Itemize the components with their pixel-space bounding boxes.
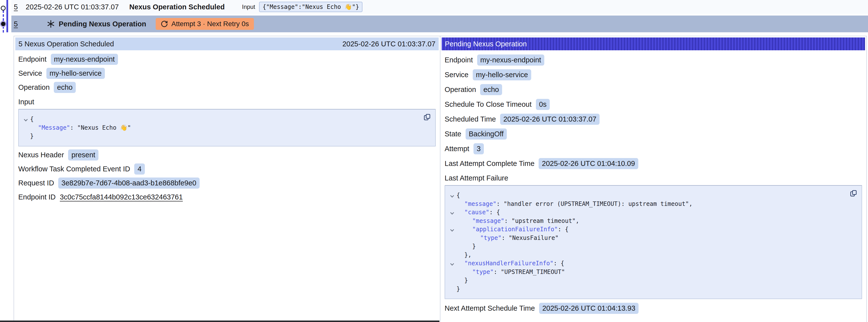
field-value-badge: 2025-02-26 UTC 01:04:10.09: [538, 158, 638, 169]
scheduled-panel-header: 5 Nexus Operation Scheduled 2025-02-26 U…: [15, 37, 439, 50]
bottom-edge-strip: [0, 321, 439, 322]
code-line: "Message": "Nexus Echo 👋": [21, 124, 430, 132]
field-label: Endpoint: [444, 56, 473, 64]
event-input-label: Input: [242, 3, 255, 10]
timeline-active-indicator-bar: [6, 0, 8, 32]
field-row: Servicemy-hello-service: [444, 69, 862, 80]
code-gutter: [447, 211, 457, 214]
json-key: "nexusHandlerFailureInfo": [464, 260, 553, 267]
json-key: "applicationFailureInfo": [472, 226, 558, 233]
failure-json-block: {"message": "handler error (UPSTREAM_TIM…: [444, 185, 862, 299]
code-line: "cause": {: [447, 208, 857, 217]
scheduled-panel-body: Endpointmy-nexus-endpointServicemy-hello…: [15, 50, 439, 203]
field-value-badge: present: [68, 150, 98, 161]
field-label: Service: [444, 71, 469, 79]
retry-attempt-badge: Attempt 3 · Next Retry 0s: [156, 18, 254, 30]
field-label: Next Attempt Schedule Time: [444, 304, 535, 312]
code-gutter: [447, 262, 457, 265]
field-value-badge: 2025-02-26 UTC 01:03:37.07: [500, 114, 599, 125]
event-id-link[interactable]: 5: [14, 20, 26, 28]
code-line: {: [447, 191, 857, 200]
code-gutter: [21, 118, 30, 121]
scheduled-fields-bottom: Nexus HeaderpresentWorkflow Task Complet…: [18, 150, 436, 203]
field-label: Service: [18, 69, 42, 77]
event-timestamp: 2025-02-26 UTC 01:03:37.07: [26, 3, 129, 11]
pending-panel-header: Pending Nexus Operation: [442, 37, 865, 50]
field-value-badge: 0s: [536, 99, 550, 110]
row-divider: [11, 14, 868, 15]
json-key: "message": [472, 218, 504, 224]
field-label: Attempt: [444, 145, 469, 153]
field-value-badge: BackingOff: [466, 128, 507, 139]
field-row: Attempt3: [444, 143, 862, 154]
copy-icon: [850, 190, 857, 197]
json-value: : {: [558, 226, 568, 233]
collapse-chevron-icon[interactable]: [450, 262, 454, 265]
code-line: }: [21, 132, 430, 140]
field-value-badge: my-hello-service: [46, 68, 105, 79]
scheduled-panel-title: 5 Nexus Operation Scheduled: [19, 40, 114, 48]
field-row: Next Attempt Schedule Time2025-02-26 UTC…: [444, 303, 862, 314]
collapse-chevron-icon[interactable]: [450, 211, 454, 215]
json-value: },: [464, 252, 471, 258]
copy-button[interactable]: [849, 189, 858, 197]
event-row-scheduled[interactable]: 5 2025-02-26 UTC 01:03:37.07 Nexus Opera…: [11, 0, 868, 14]
field-label: Operation: [444, 86, 476, 94]
field-row: StateBackingOff: [444, 128, 862, 139]
pending-fields-top: Endpointmy-nexus-endpointServicemy-hello…: [444, 55, 862, 169]
field-value-badge: 3: [473, 143, 484, 154]
field-row: Endpoint ID3c0c75ccfa8144b092c13ce632463…: [18, 192, 436, 203]
field-value-badge: 3e829b7e-7d67-4b08-aad3-b1e868bfe9e0: [58, 178, 199, 189]
field-label: Workflow Task Completed Event ID: [18, 165, 130, 173]
pending-fields-bottom: Next Attempt Schedule Time2025-02-26 UTC…: [444, 303, 862, 314]
field-row: Servicemy-hello-service: [18, 68, 436, 79]
field-row: Workflow Task Completed Event ID4: [18, 163, 436, 174]
field-row: Last Attempt Complete Time2025-02-26 UTC…: [444, 158, 862, 169]
field-row: Endpointmy-nexus-endpoint: [18, 54, 436, 65]
collapse-chevron-icon[interactable]: [24, 117, 28, 121]
json-key: "cause": [464, 209, 489, 216]
field-row: Nexus Headerpresent: [18, 150, 436, 161]
collapse-chevron-icon[interactable]: [450, 194, 454, 197]
collapse-chevron-icon[interactable]: [450, 228, 454, 231]
code-line: "message": "upstream timeout",: [447, 217, 857, 225]
field-row: Schedule To Close Timeout0s: [444, 99, 862, 110]
json-value: : "NexusFailure": [502, 234, 559, 242]
field-label: Last Attempt Complete Time: [444, 160, 534, 168]
json-value: }: [464, 277, 468, 284]
json-value: {: [30, 116, 34, 123]
failure-json-lines: {"message": "handler error (UPSTREAM_TIM…: [447, 191, 857, 293]
field-row: Operationecho: [18, 82, 436, 93]
field-row: Operationecho: [444, 84, 862, 95]
code-line: }: [447, 276, 857, 285]
event-row-pending[interactable]: 5 Pending Nexus Operation Attempt 3 · Ne…: [11, 15, 868, 32]
json-value: : "handler error (UPSTREAM_TIMEOUT): ups…: [496, 200, 692, 207]
code-line: }: [447, 242, 857, 251]
json-value: : {: [489, 209, 500, 216]
json-value: }: [30, 133, 34, 139]
code-line: "nexusHandlerFailureInfo": {: [447, 259, 857, 268]
field-value-badge: my-hello-service: [473, 69, 531, 80]
input-json-lines: {"Message": "Nexus Echo 👋"}: [21, 115, 430, 140]
pending-panel-body: Endpointmy-nexus-endpointServicemy-hello…: [442, 50, 865, 314]
code-line: "applicationFailureInfo": {: [447, 225, 857, 234]
pending-panel-title: Pending Nexus Operation: [445, 40, 527, 48]
code-line: "message": "handler error (UPSTREAM_TIME…: [447, 200, 857, 208]
retry-icon: [161, 20, 168, 28]
event-id-link[interactable]: 5: [14, 3, 26, 11]
code-line: }: [447, 285, 857, 293]
copy-button[interactable]: [423, 113, 431, 121]
field-value-link[interactable]: 3c0c75ccfa8144b092c13ce632463761: [60, 193, 183, 201]
event-input-preview-chip: {"Message":"Nexus Echo 👋"}: [259, 2, 363, 12]
field-row: Request ID3e829b7e-7d67-4b08-aad3-b1e868…: [18, 178, 436, 189]
scheduled-fields-top: Endpointmy-nexus-endpointServicemy-hello…: [18, 54, 436, 93]
field-label: Schedule To Close Timeout: [444, 100, 532, 108]
event-history-rows: 5 2025-02-26 UTC 01:03:37.07 Nexus Opera…: [11, 0, 868, 32]
field-value-badge: 4: [134, 163, 145, 174]
code-gutter: [447, 194, 457, 197]
code-gutter: [447, 228, 457, 231]
field-label: Request ID: [18, 179, 54, 187]
copy-icon: [424, 114, 431, 121]
json-key: "type": [480, 234, 502, 242]
field-label: State: [444, 130, 461, 138]
